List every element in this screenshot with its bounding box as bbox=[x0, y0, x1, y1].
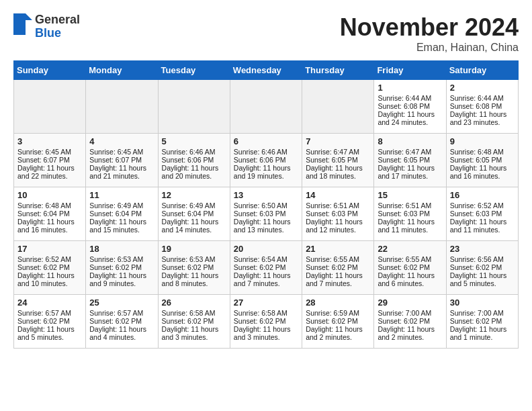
calendar-table: SundayMondayTuesdayWednesdayThursdayFrid… bbox=[13, 60, 519, 349]
sunset-text: Sunset: 6:07 PM bbox=[17, 156, 82, 164]
sunset-text: Sunset: 6:02 PM bbox=[89, 263, 154, 271]
day-number: 30 bbox=[450, 298, 515, 308]
day-number: 26 bbox=[162, 298, 226, 308]
sunset-text: Sunset: 6:04 PM bbox=[17, 210, 82, 218]
day-number: 4 bbox=[89, 136, 154, 146]
sunrise-text: Sunrise: 6:48 AM bbox=[17, 201, 82, 210]
day-number: 14 bbox=[306, 190, 370, 200]
sunset-text: Sunset: 6:02 PM bbox=[378, 263, 442, 271]
sunset-text: Sunset: 6:06 PM bbox=[234, 156, 298, 164]
daylight-text: Daylight: 11 hours and 12 minutes. bbox=[306, 218, 370, 234]
daylight-text: Daylight: 11 hours and 20 minutes. bbox=[162, 164, 226, 180]
day-number: 11 bbox=[89, 190, 154, 200]
sunset-text: Sunset: 6:07 PM bbox=[89, 156, 154, 164]
calendar-cell: 1Sunrise: 6:44 AMSunset: 6:08 PMDaylight… bbox=[374, 80, 446, 134]
sunset-text: Sunset: 6:02 PM bbox=[234, 317, 298, 325]
calendar-cell: 7Sunrise: 6:47 AMSunset: 6:05 PMDaylight… bbox=[302, 134, 374, 187]
daylight-text: Daylight: 11 hours and 8 minutes. bbox=[162, 271, 226, 287]
daylight-text: Daylight: 11 hours and 18 minutes. bbox=[306, 164, 370, 180]
calendar-header-row: SundayMondayTuesdayWednesdayThursdayFrid… bbox=[14, 61, 519, 80]
day-header-tuesday: Tuesday bbox=[158, 61, 230, 80]
sunrise-text: Sunrise: 7:00 AM bbox=[450, 309, 515, 317]
day-number: 13 bbox=[234, 190, 298, 200]
calendar-cell: 5Sunrise: 6:46 AMSunset: 6:06 PMDaylight… bbox=[158, 134, 230, 187]
day-number: 16 bbox=[450, 190, 515, 200]
day-number: 27 bbox=[234, 298, 298, 308]
sunrise-text: Sunrise: 6:50 AM bbox=[234, 201, 298, 210]
day-header-monday: Monday bbox=[86, 61, 158, 80]
sunrise-text: Sunrise: 6:49 AM bbox=[89, 201, 154, 210]
day-number: 3 bbox=[17, 136, 82, 146]
sunrise-text: Sunrise: 6:47 AM bbox=[306, 148, 370, 156]
sunrise-text: Sunrise: 6:46 AM bbox=[234, 148, 298, 156]
day-number: 22 bbox=[378, 244, 442, 254]
sunset-text: Sunset: 6:05 PM bbox=[450, 156, 515, 164]
month-title: November 2024 bbox=[340, 13, 519, 42]
sunrise-text: Sunrise: 6:52 AM bbox=[450, 201, 515, 210]
daylight-text: Daylight: 11 hours and 15 minutes. bbox=[89, 218, 154, 234]
day-number: 21 bbox=[306, 244, 370, 254]
calendar-cell: 8Sunrise: 6:47 AMSunset: 6:05 PMDaylight… bbox=[374, 134, 446, 187]
calendar-cell bbox=[158, 80, 230, 134]
sunset-text: Sunset: 6:04 PM bbox=[162, 210, 226, 218]
daylight-text: Daylight: 11 hours and 19 minutes. bbox=[234, 164, 298, 180]
calendar-cell: 3Sunrise: 6:45 AMSunset: 6:07 PMDaylight… bbox=[14, 134, 86, 187]
daylight-text: Daylight: 11 hours and 4 minutes. bbox=[89, 325, 154, 341]
day-header-saturday: Saturday bbox=[446, 61, 518, 80]
sunrise-text: Sunrise: 6:58 AM bbox=[234, 309, 298, 317]
calendar-cell: 4Sunrise: 6:45 AMSunset: 6:07 PMDaylight… bbox=[86, 134, 158, 187]
sunrise-text: Sunrise: 6:53 AM bbox=[162, 255, 226, 263]
svg-marker-0 bbox=[13, 13, 32, 35]
calendar-cell: 12Sunrise: 6:49 AMSunset: 6:04 PMDayligh… bbox=[158, 187, 230, 241]
daylight-text: Daylight: 11 hours and 1 minute. bbox=[450, 325, 515, 341]
sunrise-text: Sunrise: 6:52 AM bbox=[17, 255, 82, 263]
calendar-cell: 9Sunrise: 6:48 AMSunset: 6:05 PMDaylight… bbox=[446, 134, 518, 187]
sunset-text: Sunset: 6:02 PM bbox=[234, 263, 298, 271]
sunrise-text: Sunrise: 6:45 AM bbox=[89, 148, 154, 156]
page-header: General Blue November 2024 Eman, Hainan,… bbox=[13, 13, 519, 54]
sunset-text: Sunset: 6:02 PM bbox=[17, 263, 82, 271]
calendar-cell: 20Sunrise: 6:54 AMSunset: 6:02 PMDayligh… bbox=[230, 241, 302, 295]
day-number: 24 bbox=[17, 298, 82, 308]
day-number: 29 bbox=[378, 298, 442, 308]
sunset-text: Sunset: 6:02 PM bbox=[306, 263, 370, 271]
sunset-text: Sunset: 6:03 PM bbox=[378, 210, 442, 218]
sunrise-text: Sunrise: 6:57 AM bbox=[89, 309, 154, 317]
day-number: 5 bbox=[162, 136, 226, 146]
calendar-cell bbox=[302, 80, 374, 134]
daylight-text: Daylight: 11 hours and 11 minutes. bbox=[450, 218, 515, 234]
sunset-text: Sunset: 6:02 PM bbox=[162, 263, 226, 271]
daylight-text: Daylight: 11 hours and 7 minutes. bbox=[306, 271, 370, 287]
sunrise-text: Sunrise: 6:51 AM bbox=[378, 201, 442, 210]
sunset-text: Sunset: 6:08 PM bbox=[378, 102, 442, 110]
daylight-text: Daylight: 11 hours and 16 minutes. bbox=[17, 218, 82, 234]
sunset-text: Sunset: 6:03 PM bbox=[234, 210, 298, 218]
daylight-text: Daylight: 11 hours and 16 minutes. bbox=[450, 164, 515, 180]
calendar-week-row: 3Sunrise: 6:45 AMSunset: 6:07 PMDaylight… bbox=[14, 134, 519, 187]
sunrise-text: Sunrise: 6:55 AM bbox=[306, 255, 370, 263]
day-number: 2 bbox=[450, 83, 515, 93]
day-number: 20 bbox=[234, 244, 298, 254]
sunset-text: Sunset: 6:05 PM bbox=[306, 156, 370, 164]
sunset-text: Sunset: 6:02 PM bbox=[17, 317, 82, 325]
sunrise-text: Sunrise: 6:47 AM bbox=[378, 148, 442, 156]
sunset-text: Sunset: 6:05 PM bbox=[378, 156, 442, 164]
daylight-text: Daylight: 11 hours and 24 minutes. bbox=[378, 110, 442, 126]
day-header-wednesday: Wednesday bbox=[230, 61, 302, 80]
calendar-cell: 26Sunrise: 6:58 AMSunset: 6:02 PMDayligh… bbox=[158, 295, 230, 349]
calendar-week-row: 10Sunrise: 6:48 AMSunset: 6:04 PMDayligh… bbox=[14, 187, 519, 241]
sunset-text: Sunset: 6:02 PM bbox=[89, 317, 154, 325]
calendar-cell: 29Sunrise: 7:00 AMSunset: 6:02 PMDayligh… bbox=[374, 295, 446, 349]
title-block: November 2024 Eman, Hainan, China bbox=[340, 13, 519, 54]
daylight-text: Daylight: 11 hours and 9 minutes. bbox=[89, 271, 154, 287]
day-number: 6 bbox=[234, 136, 298, 146]
calendar-cell: 27Sunrise: 6:58 AMSunset: 6:02 PMDayligh… bbox=[230, 295, 302, 349]
day-number: 12 bbox=[162, 190, 226, 200]
sunrise-text: Sunrise: 6:49 AM bbox=[162, 201, 226, 210]
calendar-cell: 13Sunrise: 6:50 AMSunset: 6:03 PMDayligh… bbox=[230, 187, 302, 241]
calendar-cell bbox=[86, 80, 158, 134]
sunrise-text: Sunrise: 6:44 AM bbox=[450, 94, 515, 102]
sunset-text: Sunset: 6:06 PM bbox=[162, 156, 226, 164]
sunrise-text: Sunrise: 6:56 AM bbox=[450, 255, 515, 263]
sunrise-text: Sunrise: 6:59 AM bbox=[306, 309, 370, 317]
